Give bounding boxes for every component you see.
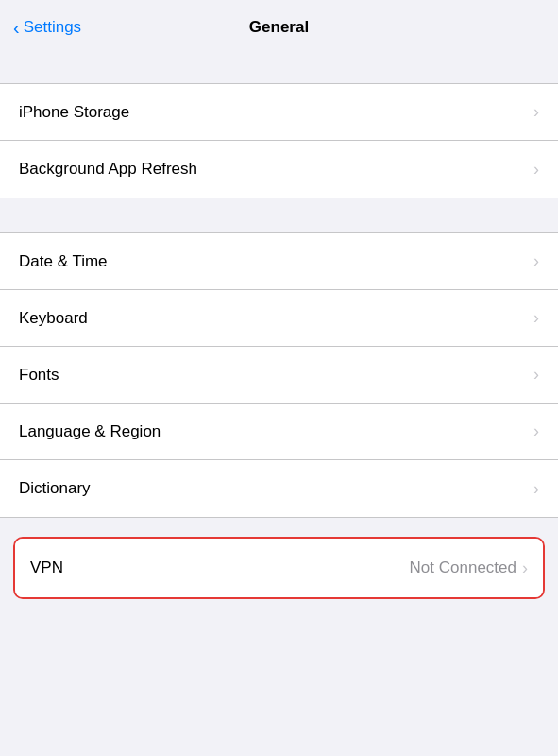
date-time-label: Date & Time [19,252,108,271]
fonts-chevron-icon: › [533,365,539,385]
fonts-label: Fonts [19,366,59,385]
back-button[interactable]: ‹ Settings [13,18,81,37]
iphone-storage-item[interactable]: iPhone Storage › [0,84,558,141]
dictionary-label: Dictionary [19,479,91,498]
language-region-item[interactable]: Language & Region › [0,404,558,460]
iphone-storage-label: iPhone Storage [19,103,129,122]
date-time-chevron-icon: › [533,251,539,271]
page-title: General [249,18,309,37]
section-storage: iPhone Storage › Background App Refresh … [0,83,558,198]
language-region-label: Language & Region [19,422,161,441]
iphone-storage-right: › [533,102,539,122]
section-gap-2 [0,198,558,232]
dictionary-item[interactable]: Dictionary › [0,460,558,517]
keyboard-item[interactable]: Keyboard › [0,290,558,347]
keyboard-chevron-icon: › [533,308,539,328]
section-language: Date & Time › Keyboard › Fonts › Languag… [0,232,558,518]
vpn-chevron-icon: › [522,558,528,578]
background-app-refresh-label: Background App Refresh [19,160,197,179]
back-label: Settings [24,18,81,37]
date-time-right: › [533,251,539,271]
keyboard-right: › [533,308,539,328]
fonts-right: › [533,365,539,385]
background-app-refresh-item[interactable]: Background App Refresh › [0,141,558,198]
language-region-chevron-icon: › [533,421,539,441]
vpn-status: Not Connected [410,558,516,577]
vpn-item[interactable]: VPN Not Connected › [15,539,543,597]
language-region-right: › [533,421,539,441]
dictionary-right: › [533,479,539,499]
vpn-right: Not Connected › [410,558,528,578]
fonts-item[interactable]: Fonts › [0,347,558,404]
date-time-item[interactable]: Date & Time › [0,233,558,290]
dictionary-chevron-icon: › [533,479,539,499]
back-chevron-icon: ‹ [13,18,20,37]
iphone-storage-chevron-icon: › [533,102,539,122]
keyboard-label: Keyboard [19,309,88,328]
background-app-refresh-right: › [533,160,539,180]
vpn-section: VPN Not Connected › [13,537,545,599]
background-app-refresh-chevron-icon: › [533,160,539,180]
nav-bar: ‹ Settings General [0,0,558,49]
vpn-label: VPN [30,558,63,577]
section-gap-1 [0,49,558,83]
